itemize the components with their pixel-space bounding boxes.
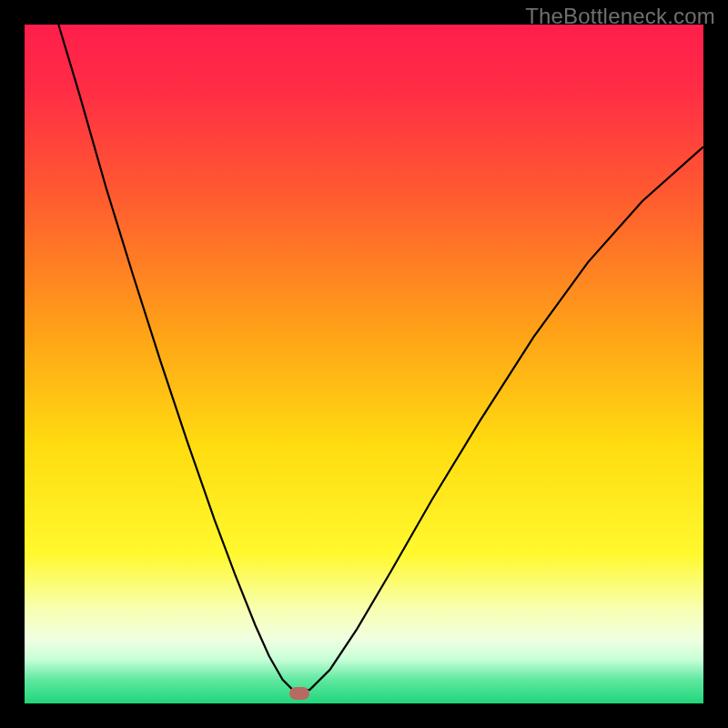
- watermark-text: TheBottleneck.com: [525, 4, 715, 29]
- plot-area: [25, 25, 703, 703]
- bottleneck-curve: [25, 25, 703, 703]
- chart-frame: TheBottleneck.com: [0, 0, 728, 728]
- current-point-marker: [289, 687, 309, 700]
